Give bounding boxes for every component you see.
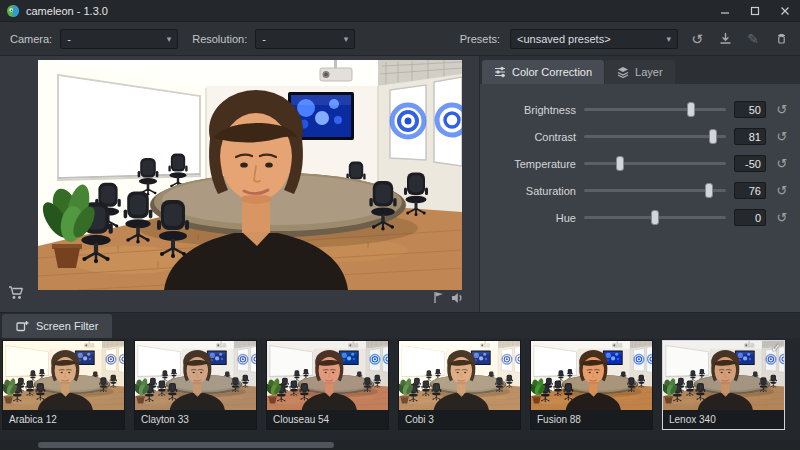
- chevron-down-icon: ▾: [666, 34, 671, 44]
- slider-reset-icon[interactable]: ↺: [774, 103, 790, 116]
- filter-thumbnail[interactable]: Arabica 12: [2, 340, 125, 430]
- camera-value: -: [67, 33, 71, 45]
- panel-tabs: Color Correction Layer: [480, 56, 800, 84]
- filter-list: Arabica 12Clayton 33Clouseau 54Cobi 3Fus…: [0, 338, 800, 440]
- resolution-value: -: [262, 33, 266, 45]
- slider-row-temperature: Temperature-50↺: [492, 150, 790, 177]
- tab-layer[interactable]: Layer: [605, 60, 675, 84]
- filter-preview-image: [267, 341, 388, 410]
- slider-track[interactable]: [584, 189, 726, 192]
- camera-preview-image: [38, 60, 462, 290]
- slider-value-box[interactable]: 81: [734, 128, 766, 145]
- app-logo-icon: [6, 4, 20, 18]
- filter-name: Clayton 33: [135, 410, 256, 429]
- chevron-down-icon: ▾: [167, 34, 172, 44]
- maximize-button[interactable]: [740, 0, 770, 21]
- tab-screen-filter[interactable]: Screen Filter: [2, 314, 112, 338]
- app-window: cameleon - 1.3.0 Camera: - ▾ Resolution:…: [0, 0, 800, 450]
- slider-track[interactable]: [584, 135, 726, 138]
- speaker-icon[interactable]: [451, 292, 464, 304]
- camera-label: Camera:: [10, 33, 52, 45]
- horizontal-scrollbar[interactable]: [0, 440, 800, 450]
- slider-reset-icon[interactable]: ↺: [774, 157, 790, 170]
- main-area: Color Correction Layer Brightness50↺Cont…: [0, 56, 800, 312]
- window-controls: [710, 0, 800, 21]
- filter-name: Lenox 340: [663, 410, 784, 429]
- slider-row-hue: Hue0↺: [492, 204, 790, 231]
- filter-tab-label: Screen Filter: [36, 320, 98, 332]
- toolbar-right: Presets: <unsaved presets> ▾ ↺ ✎: [460, 29, 790, 49]
- edit-preset-icon[interactable]: ✎: [744, 32, 762, 46]
- maximize-icon: [750, 6, 760, 16]
- slider-handle[interactable]: [705, 183, 713, 198]
- filter-preview-image: [531, 341, 652, 410]
- filter-preview-image: [135, 341, 256, 410]
- slider-handle[interactable]: [687, 102, 695, 117]
- slider-row-contrast: Contrast81↺: [492, 123, 790, 150]
- close-button[interactable]: [770, 0, 800, 21]
- filter-thumbnail[interactable]: Clayton 33: [134, 340, 257, 430]
- filter-thumbnail[interactable]: Lenox 340✓: [662, 340, 785, 430]
- cart-icon[interactable]: [8, 285, 25, 304]
- scrollbar-thumb[interactable]: [38, 442, 334, 448]
- tab-label: Layer: [635, 66, 663, 78]
- presets-dropdown[interactable]: <unsaved presets> ▾: [510, 29, 678, 49]
- slider-track[interactable]: [584, 216, 726, 219]
- flag-icon[interactable]: [433, 291, 444, 304]
- resolution-label: Resolution:: [192, 33, 247, 45]
- slider-row-brightness: Brightness50↺: [492, 96, 790, 123]
- camera-dropdown[interactable]: - ▾: [60, 29, 178, 49]
- slider-handle[interactable]: [616, 156, 624, 171]
- slider-label: Hue: [492, 212, 576, 224]
- reset-preset-icon[interactable]: ↺: [688, 32, 706, 46]
- presets-value: <unsaved presets>: [517, 33, 611, 45]
- filter-tabbar: Screen Filter: [0, 312, 800, 338]
- filter-name: Clouseau 54: [267, 410, 388, 429]
- filter-thumbnail[interactable]: Fusion 88: [530, 340, 653, 430]
- slider-list: Brightness50↺Contrast81↺Temperature-50↺S…: [480, 84, 800, 312]
- filter-thumbnail[interactable]: Clouseau 54: [266, 340, 389, 430]
- slider-label: Saturation: [492, 185, 576, 197]
- chevron-down-icon: ▾: [344, 34, 349, 44]
- filter-preview-image: [3, 341, 124, 410]
- minimize-button[interactable]: [710, 0, 740, 21]
- window-title: cameleon - 1.3.0: [26, 5, 108, 17]
- slider-track[interactable]: [584, 108, 726, 111]
- resolution-dropdown[interactable]: - ▾: [255, 29, 355, 49]
- slider-handle[interactable]: [651, 210, 659, 225]
- adjustment-panel: Color Correction Layer Brightness50↺Cont…: [480, 56, 800, 312]
- checkmark-icon: ✓: [771, 341, 781, 355]
- filter-name: Fusion 88: [531, 410, 652, 429]
- slider-row-saturation: Saturation76↺: [492, 177, 790, 204]
- slider-track[interactable]: [584, 162, 726, 165]
- tab-color-correction[interactable]: Color Correction: [482, 60, 604, 84]
- filter-name: Cobi 3: [399, 410, 520, 429]
- slider-reset-icon[interactable]: ↺: [774, 211, 790, 224]
- presets-label: Presets:: [460, 33, 500, 45]
- layers-icon: [617, 66, 629, 78]
- titlebar: cameleon - 1.3.0: [0, 0, 800, 22]
- delete-preset-icon[interactable]: [772, 32, 790, 45]
- preview-stage: [0, 56, 480, 312]
- slider-value-box[interactable]: -50: [734, 155, 766, 172]
- filter-name: Arabica 12: [3, 410, 124, 429]
- slider-value-box[interactable]: 76: [734, 182, 766, 199]
- slider-label: Temperature: [492, 158, 576, 170]
- filter-preview-image: [663, 341, 784, 410]
- slider-label: Contrast: [492, 131, 576, 143]
- sliders-icon: [494, 66, 506, 78]
- tab-label: Color Correction: [512, 66, 592, 78]
- toolbar: Camera: - ▾ Resolution: - ▾ Presets: <un…: [0, 22, 800, 56]
- minimize-icon: [720, 6, 730, 16]
- close-icon: [780, 6, 790, 16]
- slider-reset-icon[interactable]: ↺: [774, 184, 790, 197]
- save-preset-icon[interactable]: [716, 32, 734, 45]
- slider-handle[interactable]: [709, 129, 717, 144]
- slider-reset-icon[interactable]: ↺: [774, 130, 790, 143]
- camera-preview: [38, 60, 462, 290]
- slider-value-box[interactable]: 0: [734, 209, 766, 226]
- filter-thumbnail[interactable]: Cobi 3: [398, 340, 521, 430]
- filter-preview-image: [399, 341, 520, 410]
- add-filter-icon: [16, 320, 29, 332]
- slider-value-box[interactable]: 50: [734, 101, 766, 118]
